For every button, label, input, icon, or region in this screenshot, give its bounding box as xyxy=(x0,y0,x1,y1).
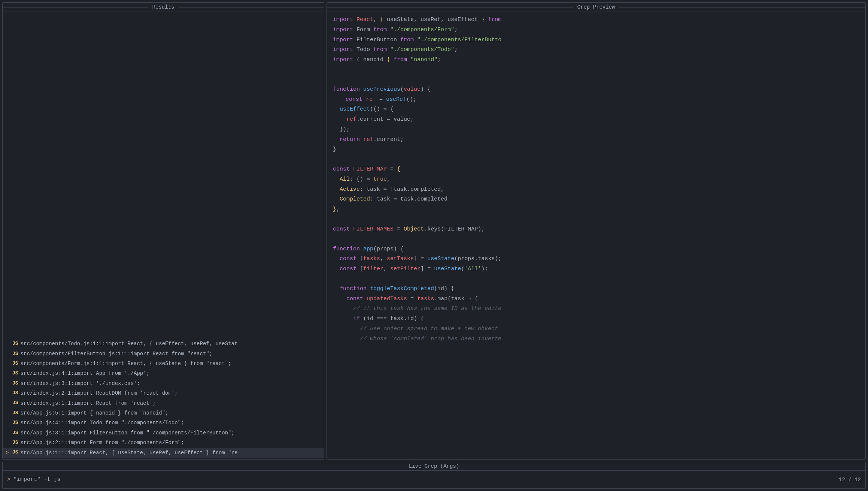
result-item-8[interactable]: JS src/App.js:5:1:import { nanoid } from… xyxy=(3,408,324,418)
code-line-5: import { nanoid } from "nanoid"; xyxy=(327,55,865,65)
code-line-19: function App(props) { xyxy=(327,244,865,254)
code-line-25: if (id === task.id) { xyxy=(327,314,865,324)
code-line-empty-4 xyxy=(327,215,865,225)
code-line-7: const ref = useRef(); xyxy=(327,95,865,105)
result-text: src/index.js:1:1:import React from 'reac… xyxy=(21,399,156,407)
code-line-empty-2 xyxy=(327,75,865,85)
no-arrow xyxy=(6,419,11,427)
code-line-24: // if this task has the same ID as the e… xyxy=(327,304,865,314)
results-list: JS src/components/Todo.js:1:1:import Rea… xyxy=(3,12,324,459)
js-badge: JS xyxy=(12,409,18,417)
code-line-11: return ref.current; xyxy=(327,135,865,145)
no-arrow xyxy=(6,379,11,388)
result-count: 12 / 12 xyxy=(839,477,861,483)
code-line-8: useEffect(() ⇒ { xyxy=(327,105,865,115)
code-line-18: const FILTER_NAMES = Object.keys(FILTER_… xyxy=(327,225,865,235)
js-badge: JS xyxy=(12,439,18,447)
results-title: Results xyxy=(148,4,179,10)
result-text: src/index.js:4:1:import App from './App'… xyxy=(21,369,149,377)
js-badge: JS xyxy=(12,380,18,388)
result-item-3[interactable]: JS src/components/Form.js:1:1:import Rea… xyxy=(3,359,324,368)
live-grep-bar: Live Grep (Args) > 12 / 12 xyxy=(2,462,866,489)
result-item-1[interactable]: JS src/components/Todo.js:1:1:import Rea… xyxy=(3,339,324,349)
result-item-9[interactable]: JS src/App.js:4:1:import Todo from "./co… xyxy=(3,418,324,428)
result-text: src/App.js:2:1:import Form from "./compo… xyxy=(21,439,184,447)
grep-input-row: > 12 / 12 xyxy=(3,471,865,488)
result-item-11[interactable]: JS src/App.js:2:1:import Form from "./co… xyxy=(3,438,324,448)
result-item-6[interactable]: JS src/index.js:2:1:import ReactDOM from… xyxy=(3,388,324,398)
result-text: src/App.js:3:1:import FilterButton from … xyxy=(21,429,234,437)
result-text: src/App.js:1:1:import React, { useState,… xyxy=(21,449,238,457)
result-text: src/index.js:3:1:import './index.css'; xyxy=(21,379,140,388)
preview-title-bar: Grep Preview xyxy=(327,3,865,12)
no-arrow xyxy=(6,350,11,358)
js-badge: JS xyxy=(12,449,18,457)
result-item-10[interactable]: JS src/App.js:3:1:import FilterButton fr… xyxy=(3,428,324,438)
js-badge: JS xyxy=(12,419,18,427)
app-container: Results JS src/components/Todo.js:1:1:im… xyxy=(0,0,868,491)
code-line-2: import Form from "./components/Form"; xyxy=(327,25,865,35)
js-badge: JS xyxy=(12,360,18,368)
result-text: src/components/Todo.js:1:1:import React,… xyxy=(21,340,238,348)
no-arrow xyxy=(6,359,11,368)
code-line-10: }); xyxy=(327,125,865,135)
result-text: src/App.js:5:1:import { nanoid } from "n… xyxy=(21,409,169,417)
code-line-empty-5 xyxy=(327,235,865,244)
code-line-4: import Todo from "./components/Todo"; xyxy=(327,45,865,55)
code-line-13: const FILTER_MAP = { xyxy=(327,165,865,175)
results-title-bar: Results xyxy=(3,3,324,12)
result-text: src/index.js:2:1:import ReactDOM from 'r… xyxy=(21,389,178,397)
no-arrow xyxy=(6,439,11,447)
result-text: src/components/FilterButton.js:1:1:impor… xyxy=(21,350,212,358)
code-line-1: import React, { useState, useRef, useEff… xyxy=(327,15,865,25)
no-arrow xyxy=(6,399,11,407)
code-line-12: } xyxy=(327,145,865,155)
code-line-20: const [tasks, setTasks] = useState(props… xyxy=(327,254,865,264)
code-line-23: const updatedTasks = tasks.map(task ⇒ { xyxy=(327,294,865,304)
code-line-empty-6 xyxy=(327,274,865,284)
js-badge: JS xyxy=(12,340,18,348)
js-badge: JS xyxy=(12,370,18,377)
live-grep-title-bar: Live Grep (Args) xyxy=(3,462,865,471)
results-panel: Results JS src/components/Todo.js:1:1:im… xyxy=(2,2,324,460)
code-line-15: Active: task ⇒ !task.completed, xyxy=(327,185,865,195)
no-arrow xyxy=(6,369,11,377)
result-item-5[interactable]: JS src/index.js:3:1:import './index.css'… xyxy=(3,379,324,388)
code-line-16: Completed: task ⇒ task.completed xyxy=(327,195,865,205)
no-arrow xyxy=(6,429,11,437)
code-line-17: }; xyxy=(327,205,865,215)
code-line-6: function usePrevious(value) { xyxy=(327,85,865,95)
js-badge: JS xyxy=(12,399,18,407)
result-text: src/App.js:4:1:import Todo from "./compo… xyxy=(21,419,184,427)
code-line-3: import FilterButton from "./components/F… xyxy=(327,35,865,45)
code-line-14: All: () ⇒ true, xyxy=(327,175,865,185)
live-grep-title: Live Grep (Args) xyxy=(404,463,464,469)
prompt-icon: > xyxy=(7,476,10,483)
no-arrow xyxy=(6,409,11,417)
code-line-27: // whose `completed` prop has been inver… xyxy=(327,334,865,344)
selected-arrow: > xyxy=(6,449,11,457)
result-item-7[interactable]: JS src/index.js:1:1:import React from 'r… xyxy=(3,398,324,408)
preview-title: Grep Preview xyxy=(573,4,620,10)
js-badge: JS xyxy=(12,350,18,358)
no-arrow xyxy=(6,340,11,348)
code-line-21: const [filter, setFilter] = useState('Al… xyxy=(327,264,865,274)
code-line-empty-3 xyxy=(327,155,865,165)
grep-preview-panel: Grep Preview import React, { useState, u… xyxy=(327,2,866,460)
code-line-empty-1 xyxy=(327,65,865,75)
code-line-26: // use object spread to make a new obkec… xyxy=(327,324,865,334)
preview-code: import React, { useState, useRef, useEff… xyxy=(327,12,865,459)
code-line-22: function toggleTaskCompleted(id) { xyxy=(327,284,865,294)
panels-row: Results JS src/components/Todo.js:1:1:im… xyxy=(0,0,868,462)
js-badge: JS xyxy=(12,389,18,397)
js-badge: JS xyxy=(12,429,18,437)
result-item-4[interactable]: JS src/index.js:4:1:import App from './A… xyxy=(3,368,324,378)
no-arrow xyxy=(6,389,11,397)
result-text: src/components/Form.js:1:1:import React,… xyxy=(21,359,231,368)
result-item-12[interactable]: > JS src/App.js:1:1:import React, { useS… xyxy=(3,448,324,458)
grep-search-input[interactable] xyxy=(13,476,839,483)
code-line-9: ref.current = value; xyxy=(327,115,865,125)
result-item-2[interactable]: JS src/components/FilterButton.js:1:1:im… xyxy=(3,349,324,359)
